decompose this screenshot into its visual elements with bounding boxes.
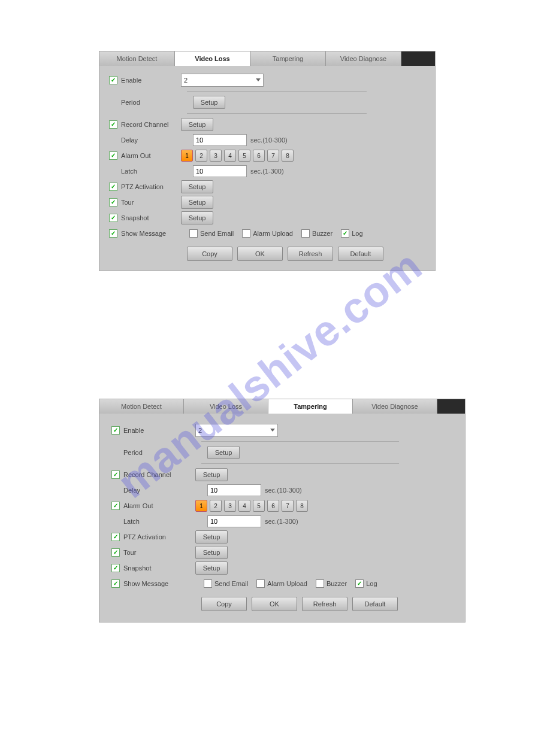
tab-video-loss[interactable]: Video Loss [175, 51, 250, 66]
buzzer-label: Buzzer [312, 230, 333, 237]
divider [187, 91, 367, 92]
alarm-out-checkbox[interactable] [111, 502, 120, 510]
tab-tampering[interactable]: Tampering [250, 51, 326, 66]
ptz-checkbox[interactable] [109, 183, 117, 191]
alarm-upload-checkbox[interactable] [242, 229, 250, 238]
tour-label: Tour [121, 199, 134, 206]
alarm-out-channels: 1 2 3 4 5 6 7 8 [181, 150, 294, 162]
record-channel-label: Record Channel [121, 121, 169, 128]
period-label: Period [123, 449, 143, 456]
alarm-out-5[interactable]: 5 [253, 500, 265, 512]
enable-label: Enable [123, 427, 144, 434]
show-message-label: Show Message [123, 580, 168, 587]
send-email-label: Send Email [200, 230, 234, 237]
send-email-checkbox[interactable] [189, 229, 198, 238]
tour-setup-button[interactable]: Setup [181, 196, 213, 209]
enable-label: Enable [121, 77, 141, 84]
alarm-out-3[interactable]: 3 [224, 500, 236, 512]
enable-checkbox[interactable] [109, 76, 117, 84]
channel-select[interactable]: 2 [181, 74, 264, 87]
channel-select[interactable]: 2 [195, 424, 278, 437]
alarm-out-8[interactable]: 8 [282, 150, 294, 162]
send-email-label: Send Email [214, 580, 248, 587]
divider [187, 113, 367, 114]
alarm-upload-label: Alarm Upload [267, 580, 307, 587]
show-message-checkbox[interactable] [109, 229, 117, 238]
divider [201, 463, 399, 464]
delay-hint: sec.(10-300) [250, 136, 288, 144]
send-email-checkbox[interactable] [204, 579, 212, 588]
alarm-out-6[interactable]: 6 [253, 150, 265, 162]
period-setup-button[interactable]: Setup [207, 446, 240, 459]
copy-button[interactable]: Copy [201, 597, 247, 611]
snapshot-checkbox[interactable] [111, 564, 120, 572]
ptz-label: PTZ Activation [123, 533, 166, 541]
copy-button[interactable]: Copy [187, 247, 232, 261]
latch-input[interactable] [207, 515, 261, 527]
alarm-out-1[interactable]: 1 [181, 150, 193, 162]
tour-checkbox[interactable] [109, 198, 117, 207]
buzzer-checkbox[interactable] [301, 229, 310, 238]
alarm-out-8[interactable]: 8 [296, 500, 308, 512]
log-label: Log [352, 230, 362, 237]
buzzer-checkbox[interactable] [316, 579, 324, 588]
log-label: Log [366, 580, 377, 587]
snapshot-setup-button[interactable]: Setup [195, 561, 228, 575]
snapshot-checkbox[interactable] [109, 214, 117, 222]
tab-tampering[interactable]: Tampering [268, 399, 353, 414]
alarm-out-4[interactable]: 4 [238, 500, 250, 512]
record-channel-checkbox[interactable] [109, 120, 117, 129]
tab-video-diagnose[interactable]: Video Diagnose [353, 399, 437, 414]
record-channel-label: Record Channel [123, 471, 171, 478]
alarm-out-7[interactable]: 7 [267, 150, 279, 162]
buzzer-label: Buzzer [327, 580, 347, 587]
log-checkbox[interactable] [341, 229, 349, 238]
snapshot-setup-button[interactable]: Setup [181, 211, 213, 224]
delay-label: Delay [121, 136, 138, 144]
alarm-out-2[interactable]: 2 [195, 150, 207, 162]
alarm-out-checkbox[interactable] [109, 151, 117, 160]
delay-label: Delay [123, 487, 140, 494]
alarm-out-5[interactable]: 5 [238, 150, 250, 162]
delay-input[interactable] [193, 134, 247, 146]
alarm-out-2[interactable]: 2 [210, 500, 222, 512]
tab-bar: Motion Detect Video Loss Tampering Video… [99, 51, 435, 66]
tab-motion-detect[interactable]: Motion Detect [99, 399, 184, 414]
tab-spacer [401, 51, 435, 66]
ptz-setup-button[interactable]: Setup [195, 530, 228, 544]
alarm-out-3[interactable]: 3 [210, 150, 222, 162]
tab-video-loss[interactable]: Video Loss [184, 399, 268, 414]
ptz-checkbox[interactable] [111, 533, 120, 541]
tour-setup-button[interactable]: Setup [195, 546, 228, 559]
latch-input[interactable] [193, 165, 247, 177]
record-channel-checkbox[interactable] [111, 470, 120, 479]
show-message-label: Show Message [121, 230, 166, 237]
alarm-out-6[interactable]: 6 [267, 500, 279, 512]
default-button[interactable]: Default [352, 597, 398, 611]
period-setup-button[interactable]: Setup [193, 96, 225, 109]
tab-motion-detect[interactable]: Motion Detect [99, 51, 175, 66]
divider [201, 441, 399, 442]
record-channel-setup-button[interactable]: Setup [195, 468, 228, 481]
ptz-setup-button[interactable]: Setup [181, 180, 213, 193]
default-button[interactable]: Default [338, 247, 383, 261]
record-channel-setup-button[interactable]: Setup [181, 118, 213, 131]
ok-button[interactable]: OK [252, 597, 297, 611]
tour-checkbox[interactable] [111, 548, 120, 557]
alarm-upload-label: Alarm Upload [253, 230, 293, 237]
period-label: Period [121, 99, 140, 106]
tab-video-diagnose[interactable]: Video Diagnose [326, 51, 401, 66]
delay-input[interactable] [207, 484, 261, 496]
alarm-out-7[interactable]: 7 [282, 500, 294, 512]
refresh-button[interactable]: Refresh [302, 597, 347, 611]
snapshot-label: Snapshot [123, 564, 151, 572]
alarm-out-1[interactable]: 1 [195, 500, 207, 512]
enable-checkbox[interactable] [111, 426, 120, 435]
alarm-upload-checkbox[interactable] [256, 579, 265, 588]
ok-button[interactable]: OK [237, 247, 283, 261]
refresh-button[interactable]: Refresh [288, 247, 333, 261]
alarm-out-4[interactable]: 4 [224, 150, 236, 162]
show-message-checkbox[interactable] [111, 579, 120, 588]
log-checkbox[interactable] [355, 579, 364, 588]
tab-spacer [437, 399, 465, 414]
